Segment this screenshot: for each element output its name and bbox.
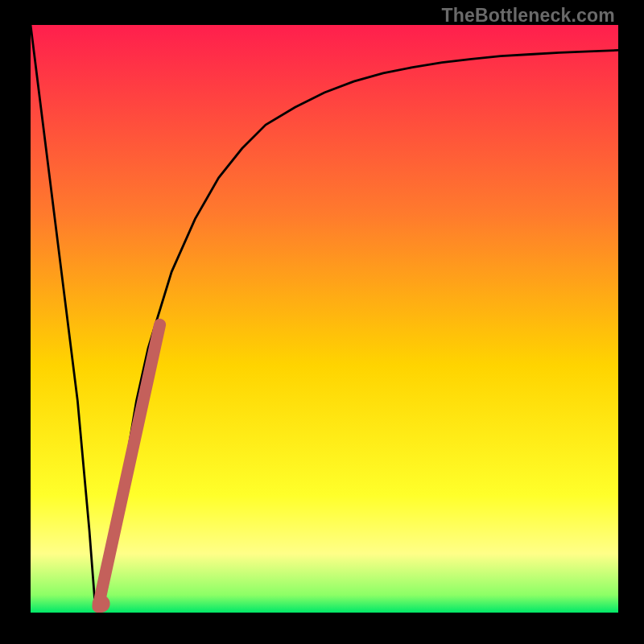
bottleneck-chart bbox=[31, 25, 618, 613]
chart-frame: TheBottleneck.com bbox=[0, 0, 644, 644]
plot-area bbox=[31, 25, 618, 613]
watermark-text: TheBottleneck.com bbox=[441, 5, 615, 27]
highlight-dot bbox=[93, 595, 110, 613]
